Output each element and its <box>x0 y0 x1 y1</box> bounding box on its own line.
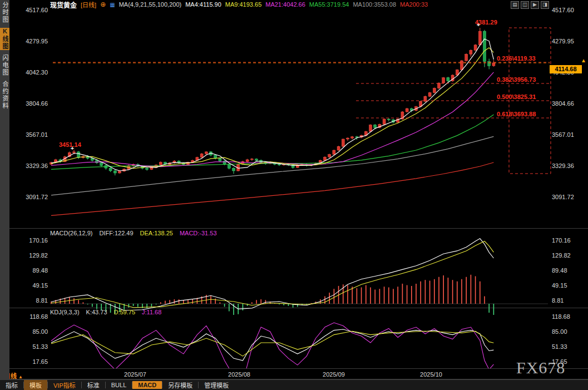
macd-dea-line <box>51 241 493 308</box>
sidebar: 分时图K线图闪电图合约资料 <box>0 0 9 380</box>
axis-label: 118.68 <box>552 313 570 320</box>
kdj-k-line <box>51 329 493 361</box>
toolbar-tab-管理模板[interactable]: 管理模板 <box>199 380 234 390</box>
axis-label: 4042.30 <box>26 69 48 76</box>
fib-level-label: 0.500\3825.31 <box>497 93 536 100</box>
axis-label: 170.16 <box>29 237 48 244</box>
sidebar-item-分时图[interactable]: 分时图 <box>0 2 9 23</box>
ma-line-MA100 <box>51 136 493 195</box>
ma-legend-value: MA200:33 <box>400 1 428 8</box>
ma-line-MA4 <box>51 39 493 171</box>
ma-line-MA55 <box>51 115 493 170</box>
axis-label: 2025/08 <box>228 371 250 378</box>
axis-label: 4517.60 <box>552 7 574 13</box>
axis-label: 85.00 <box>32 328 48 335</box>
axis-label: 3329.36 <box>552 162 574 169</box>
ma-legend-value: MA21:4042.66 <box>265 1 305 8</box>
kdj-legend-value: K:43.73 <box>86 309 107 315</box>
sidebar-item-合约资料[interactable]: 合约资料 <box>0 81 9 110</box>
fib-level-label: 0.236\4119.33 <box>497 55 536 62</box>
sidebar-item-K线图[interactable]: K线图 <box>0 28 9 50</box>
layout-columns-icon[interactable]: ◫ <box>521 1 529 9</box>
axis-label: 3567.01 <box>552 131 574 138</box>
axis-label: 51.33 <box>32 343 48 350</box>
axis-label: 8.81 <box>36 297 48 304</box>
macd-legend-value: MACD:-31.53 <box>180 230 217 236</box>
ma-line-MA21 <box>51 72 493 167</box>
price-up-arrow-icon: ▲ <box>581 57 586 63</box>
chart-header: 现货黄金 [日线] ⊕ ▦ MA(4,9,21,55,100,200) MA4:… <box>50 1 507 8</box>
axis-label: 3804.66 <box>26 100 48 107</box>
sidebar-item-闪电图[interactable]: 闪电图 <box>0 55 9 76</box>
axis-label: 8.81 <box>552 297 564 304</box>
toolbar-tab-另存模板[interactable]: 另存模板 <box>162 380 198 390</box>
fib-level-label: 0.618\3693.88 <box>497 111 536 117</box>
axis-label: 89.48 <box>32 267 48 274</box>
kdj-legend-value: J:11.68 <box>142 309 161 315</box>
axis-label: 4517.60 <box>26 7 48 13</box>
axis-label: 49.15 <box>32 282 48 289</box>
period-label[interactable]: [日线] <box>81 1 96 8</box>
ma-legend-value: MA55:3719.54 <box>309 1 349 8</box>
fib-level-label: 0.382\3956.73 <box>497 76 536 83</box>
ma-legend-value: MA9:4193.65 <box>225 1 261 8</box>
kdj-d-line <box>51 331 493 356</box>
axis-label: 85.00 <box>552 328 567 335</box>
trading-app-window: { "sidebar": { "items": [ {"label": "分时图… <box>0 0 588 390</box>
macd-legend-value: DEA:138.25 <box>140 230 173 236</box>
kdj-legend-value: KDJ(9,3,3) <box>50 309 80 315</box>
peak-price-label: 4381.29 <box>475 19 497 26</box>
axis-label: 2025/10 <box>420 371 442 378</box>
toolbar-tab-VIP指标[interactable]: VIP指标 <box>48 380 81 390</box>
toolbar-tab-指标[interactable]: 指标 <box>0 380 23 390</box>
axis-label: 3804.66 <box>552 100 574 107</box>
ma-legend-value: MA4:4115.90 <box>185 1 221 8</box>
forward-icon[interactable]: ▶ <box>531 1 539 9</box>
ma-settings-label: MA(4,9,21,55,100,200) <box>119 1 182 8</box>
macd-legend-value: MACD(26,12,9) <box>50 230 92 236</box>
panel-right-icon[interactable]: ◨ <box>541 1 549 9</box>
macd-legend-value: DIFF:122.49 <box>99 230 133 236</box>
indicator-icon[interactable]: ▦ <box>110 2 115 8</box>
axis-label: 89.48 <box>552 267 567 274</box>
axis-label: 2025/09 <box>323 371 345 378</box>
axis-label: 3567.01 <box>26 131 48 138</box>
ma-legend-value: MA100:3553.08 <box>353 1 396 8</box>
window-controls: ▤◫▶◨ <box>511 1 549 9</box>
chevron-up-icon: ▲ <box>18 374 23 379</box>
axis-label: 2025/07 <box>124 371 146 378</box>
kdj-legend-value: D:59.75 <box>114 309 136 315</box>
watermark: FX678 <box>516 358 565 377</box>
axis-label: 4279.95 <box>26 38 48 45</box>
bottom-toolbar: 指标模板VIP指标标准BULLMACD另存模板管理模板 <box>0 379 588 390</box>
macd-diff-line <box>51 239 493 310</box>
ma-legend: MA4:4115.90MA9:4193.65MA21:4042.66MA55:3… <box>185 1 428 8</box>
axis-label: 129.82 <box>29 252 48 259</box>
last-price-tag: 4114.68 <box>550 65 582 73</box>
kdj-legend: KDJ(9,3,3)K:43.73D:59.75J:11.68 <box>50 309 161 315</box>
axis-label: 4279.95 <box>552 38 574 45</box>
axis-label: 3091.72 <box>26 194 48 200</box>
axis-label: 170.16 <box>552 237 571 244</box>
symbol-name: 现货黄金 <box>50 1 77 8</box>
swing-high-label: 3451.14 <box>59 141 81 148</box>
toolbar-tab-MACD[interactable]: MACD <box>132 381 162 389</box>
axis-label: 118.68 <box>29 313 48 320</box>
macd-legend: MACD(26,12,9)DIFF:122.49DEA:138.25MACD:-… <box>50 230 217 236</box>
layout-grid-icon[interactable]: ▤ <box>511 1 519 9</box>
axis-label: 17.65 <box>32 358 48 365</box>
axis-label: 129.82 <box>552 252 571 259</box>
toolbar-tab-模板[interactable]: 模板 <box>24 380 47 390</box>
axis-label: 3329.36 <box>26 162 48 169</box>
axis-label: 49.15 <box>552 282 567 289</box>
toolbar-tab-标准[interactable]: 标准 <box>82 380 105 390</box>
circle-plus-icon[interactable]: ⊕ <box>100 1 106 8</box>
axis-label: 51.33 <box>552 343 567 350</box>
axis-label: 3091.72 <box>552 194 574 200</box>
ma-line-MA9 <box>51 48 493 169</box>
toolbar-tab-BULL[interactable]: BULL <box>106 381 132 389</box>
